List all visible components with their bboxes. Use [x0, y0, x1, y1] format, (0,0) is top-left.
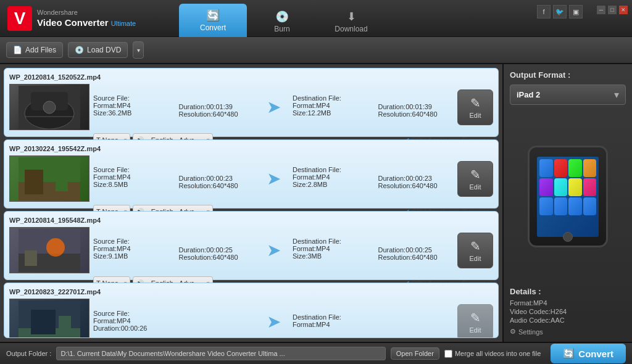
edit-button-2[interactable]: ✎ Edit — [457, 233, 493, 268]
settings-link[interactable]: ⚙ Settings — [510, 328, 626, 336]
file-thumbnail — [9, 84, 89, 130]
load-dvd-icon: 💿 — [75, 46, 84, 54]
merge-checkbox-input[interactable] — [444, 350, 452, 358]
product-name: Video Converter Ultimate — [37, 17, 136, 29]
file-info: Source File: Format:MP4 Size:36.2MB Dura… — [93, 94, 254, 120]
file-item-body: Source File: Format:MP4 Size:8.5MB Durat… — [9, 155, 493, 202]
source-label: Source File: — [93, 94, 169, 102]
svg-point-11 — [46, 238, 65, 257]
dest-col2: Duration:00:01:39 Resolution:640*480 — [378, 94, 454, 118]
burn-tab-icon: 💿 — [275, 10, 289, 23]
brand-name: Wondershare — [37, 8, 136, 17]
tab-burn[interactable]: 💿 Burn — [248, 6, 316, 37]
open-folder-button[interactable]: Open Folder — [391, 347, 439, 360]
close-button[interactable]: ✕ — [618, 5, 628, 15]
file-list: WP_20120814_152052Z.mp4 — [0, 64, 502, 342]
file-thumbnail — [9, 227, 89, 273]
arrow-right-icon: ➤ — [267, 168, 281, 189]
dest-col1: Destination File: Format:MP4 Size:12.2MB — [293, 94, 368, 118]
file-name: WP_20130224_195542Z.mp4 — [9, 145, 493, 152]
edit-label: Edit — [470, 112, 481, 119]
logo-text: Wondershare Video Converter Ultimate — [37, 8, 136, 29]
list-item: WP_20120823_222701Z.mp4 — [4, 283, 499, 338]
file-name: WP_20120814_152052Z.mp4 — [9, 73, 493, 81]
main-area: WP_20120814_152052Z.mp4 — [0, 64, 632, 342]
edit-button-3[interactable]: ✎ Edit — [457, 304, 493, 338]
settings-gear-icon: ⚙ — [510, 328, 516, 336]
edit-icon: ✎ — [470, 96, 481, 110]
minimize-button[interactable]: ─ — [596, 5, 606, 15]
list-item: WP_20120814_152052Z.mp4 — [4, 68, 499, 137]
format-name: iPad 2 — [517, 90, 540, 99]
convert-button[interactable]: 🔄 Convert — [551, 344, 626, 363]
file-name: WP_20120823_222701Z.mp4 — [9, 288, 493, 296]
device-preview — [510, 111, 626, 282]
file-thumbnail — [9, 155, 89, 202]
arrow-right-icon: ➤ — [267, 97, 281, 117]
logo-icon: V — [7, 6, 32, 31]
load-dvd-dropdown[interactable]: ▾ — [133, 41, 144, 59]
file-thumbnail — [9, 299, 89, 338]
bottom-bar: Output Folder : D:\1. Current Data\My Do… — [0, 342, 632, 364]
download-tab-icon: ⬇ — [347, 10, 356, 23]
convert-tab-icon: 🔄 — [206, 9, 220, 22]
ipad-screen — [537, 157, 599, 237]
add-files-button[interactable]: 📄 Add Files — [6, 42, 63, 58]
list-item: WP_20120814_195548Z.mp4 — [4, 211, 499, 280]
file-item-body: Source File: Format:MP4 Size:36.2MB Dura… — [9, 84, 493, 130]
maximize-button[interactable]: □ — [607, 5, 617, 15]
facebook-icon[interactable]: f — [537, 5, 551, 19]
svg-rect-15 — [31, 310, 56, 334]
arrow-area: ➤ — [258, 97, 289, 117]
file-info: Source File: Format:MP4 Size:8.5MB Durat… — [93, 166, 254, 191]
list-item: WP_20130224_195542Z.mp4 — [4, 139, 499, 209]
svg-rect-16 — [59, 316, 71, 331]
svg-rect-8 — [56, 173, 68, 191]
format-selector[interactable]: iPad 2 ▾ — [510, 85, 626, 105]
logo-area: V Wondershare Video Converter Ultimate — [0, 6, 179, 31]
dest-info: Destination File: Format:MP4 Size:12.2MB… — [293, 94, 454, 120]
add-files-icon: 📄 — [13, 46, 22, 54]
output-folder-label: Output Folder : — [6, 350, 51, 357]
merge-checkbox[interactable]: Merge all videos into one file — [444, 350, 541, 358]
share-icon[interactable]: ▣ — [569, 5, 583, 19]
details-section: Details : Format:MP4 Video Codec:H264 Au… — [510, 287, 626, 336]
output-path[interactable]: D:\1. Current Data\My Documents\Wondersh… — [56, 347, 385, 360]
twitter-icon[interactable]: 🐦 — [553, 5, 567, 19]
edit-button-0[interactable]: ✎ Edit — [457, 89, 493, 125]
title-bar: V Wondershare Video Converter Ultimate 🔄… — [0, 0, 632, 37]
social-icons: f 🐦 ▣ — [537, 5, 583, 19]
tab-download[interactable]: ⬇ Download — [317, 6, 385, 37]
svg-rect-7 — [25, 170, 43, 194]
convert-spin-icon: 🔄 — [563, 348, 575, 359]
file-name: WP_20120814_195548Z.mp4 — [9, 217, 493, 224]
tab-convert[interactable]: 🔄 Convert — [179, 4, 247, 37]
ipad-home-button — [563, 232, 573, 242]
svg-rect-12 — [25, 250, 37, 266]
source-info: Source File: Format:MP4 Size:36.2MB — [93, 94, 169, 118]
svg-point-3 — [43, 101, 56, 114]
format-dropdown-icon: ▾ — [614, 89, 619, 101]
video-codec-detail: Video Codec:H264 — [510, 308, 626, 315]
details-label: Details : — [510, 287, 626, 296]
file-source-info: Source File: Format:MP4 Size:36.2MB Dura… — [93, 94, 254, 118]
source-timing: Duration:00:01:39 Resolution:640*480 — [179, 94, 255, 118]
audio-codec-detail: Audio Codec:AAC — [510, 316, 626, 324]
edit-button-1[interactable]: ✎ Edit — [457, 161, 493, 197]
load-dvd-button[interactable]: 💿 Load DVD — [68, 42, 128, 58]
dest-info-row: Destination File: Format:MP4 Size:12.2MB… — [293, 94, 454, 118]
output-format-label: Output Format : — [510, 70, 626, 80]
right-panel: Output Format : iPad 2 ▾ — [502, 64, 632, 342]
window-controls: ─ □ ✕ — [596, 5, 632, 15]
toolbar: 📄 Add Files 💿 Load DVD ▾ — [0, 37, 632, 64]
thumb-placeholder-1 — [10, 85, 89, 130]
ipad-illustration — [528, 146, 608, 247]
format-detail: Format:MP4 — [510, 299, 626, 307]
